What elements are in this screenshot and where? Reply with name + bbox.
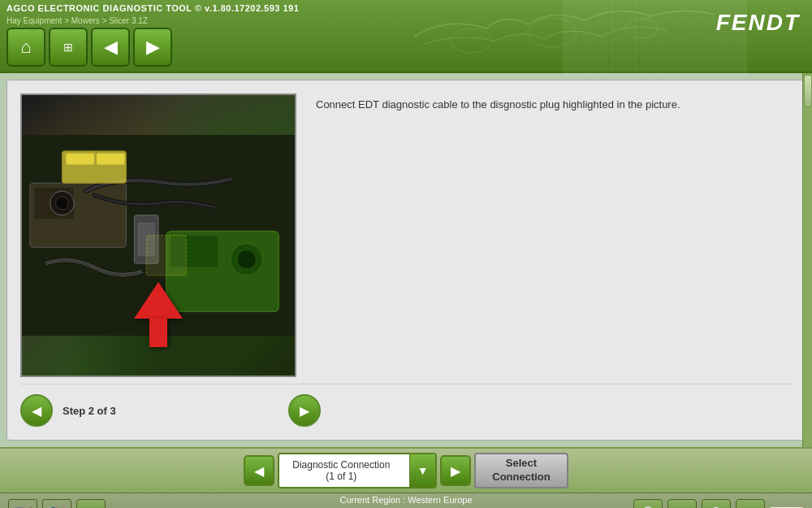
nav-button-group: ⌂ ⊞ ◀ ▶ [6, 28, 172, 67]
connection-label-line1: Diagnostic Connection [292, 459, 390, 471]
settings-button[interactable]: ⚙ [736, 499, 765, 509]
nav-prev-button[interactable]: ◀ [244, 455, 274, 486]
bottom-nav-bar: ◀ Diagnostic Connection (1 of 1) ▼ ▶ Sel… [0, 447, 812, 493]
status-left-icons: 🇺🇸 🇬🇧 🚜 [8, 499, 106, 509]
back-arrow-icon: ◀ [104, 37, 118, 58]
direction-arrow [134, 282, 183, 347]
select-connection-label-line2: Connection [492, 471, 551, 484]
next-step-icon: ▶ [300, 403, 309, 419]
svg-rect-16 [66, 154, 94, 165]
connection-label: Diagnostic Connection (1 of 1) [279, 454, 409, 487]
help-button[interactable]: ? [702, 499, 731, 509]
help-icon: ? [711, 505, 720, 508]
dropdown-arrow-icon: ▼ [417, 464, 429, 477]
svg-rect-14 [146, 236, 186, 276]
step-navigation: ◀ Step 2 of 3 ▶ [20, 384, 792, 427]
nav-next-button[interactable]: ▶ [440, 455, 471, 486]
forward-arrow-icon: ▶ [146, 37, 160, 58]
back-button[interactable]: ◀ [91, 28, 130, 67]
nav-prev-icon: ◀ [254, 463, 264, 479]
svg-point-11 [237, 250, 257, 269]
arrow-head [134, 282, 183, 319]
nav-next-icon: ▶ [451, 463, 460, 479]
breadcrumb: Hay Equipment > Mowers > Slicer 3.1Z [6, 16, 148, 25]
status-text: Current Region : Western Europe Dealer C… [309, 493, 503, 508]
svg-point-0 [451, 28, 491, 53]
menu-icon: ⊞ [63, 41, 73, 54]
content-top: Connect EDT diagnostic cable to the disg… [20, 93, 792, 377]
svg-rect-17 [97, 154, 125, 165]
svg-point-7 [56, 197, 69, 210]
top-bar: for(let i=0;i<60;i++) document.write('<d… [0, 0, 812, 73]
app-title: AGCO ELECTRONIC DIAGNOSTIC TOOL © v.1.80… [6, 3, 299, 13]
connection-selector: Diagnostic Connection (1 of 1) ▼ [278, 453, 437, 488]
menu-button[interactable]: ⊞ [49, 28, 88, 67]
equipment-button[interactable]: 🚜 [76, 499, 106, 509]
forward-button[interactable]: ▶ [133, 28, 172, 67]
uk-flag-button[interactable]: 🇬🇧 [42, 499, 71, 509]
scrollbar-thumb[interactable] [804, 75, 812, 107]
content-panel: Connect EDT diagnostic cable to the disg… [6, 80, 806, 441]
select-connection-label-line1: Select [492, 457, 551, 471]
diagnostic-image [20, 93, 296, 377]
instruction-text: Connect EDT diagnostic cable to the disg… [309, 93, 792, 377]
prev-step-button[interactable]: ◀ [20, 394, 53, 427]
connection-label-line2: (1 of 1) [292, 471, 390, 482]
home-icon: ⌂ [20, 37, 31, 58]
main-area: Connect EDT diagnostic cable to the disg… [0, 73, 812, 447]
scrollbar[interactable] [802, 73, 812, 447]
next-step-button[interactable]: ▶ [288, 394, 321, 427]
connection-status-button[interactable]: 🖥 [667, 499, 697, 509]
home-button[interactable]: ⌂ [6, 28, 45, 67]
select-connection-button[interactable]: Select Connection [474, 453, 568, 488]
prev-step-icon: ◀ [32, 403, 41, 419]
status-bar: 🇺🇸 🇬🇧 🚜 Current Region : Western Europe … [0, 493, 812, 508]
battery-button[interactable]: 🔋 [633, 499, 663, 509]
connection-dropdown-button[interactable]: ▼ [409, 454, 435, 487]
fendt-logo: FENDT [716, 10, 800, 36]
step-label: Step 2 of 3 [63, 405, 116, 417]
usa-flag-button[interactable]: 🇺🇸 [8, 499, 37, 509]
status-region: Current Region : Western Europe [309, 493, 503, 507]
status-right-icons: 🔋 🖥 ? ⚙ 100% [633, 499, 804, 509]
arrow-shaft [149, 319, 167, 347]
